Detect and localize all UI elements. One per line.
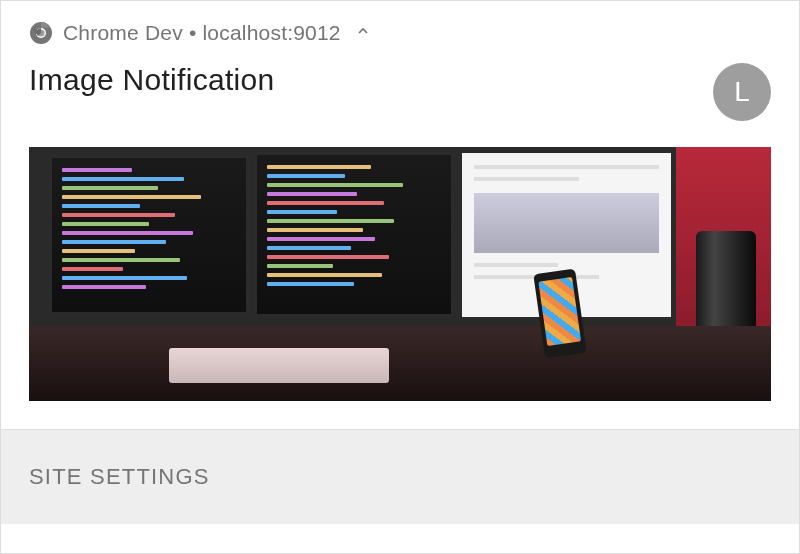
notification-image <box>29 147 771 401</box>
notification-actions: SITE SETTINGS <box>1 429 799 524</box>
origin: localhost:9012 <box>203 21 341 44</box>
avatar: L <box>713 63 771 121</box>
notification-header[interactable]: Chrome Dev • localhost:9012 <box>1 1 799 55</box>
separator: • <box>183 21 203 44</box>
notification-image-container <box>1 137 799 429</box>
site-settings-button[interactable]: SITE SETTINGS <box>29 464 210 490</box>
chevron-up-icon[interactable] <box>355 23 371 44</box>
app-name: Chrome Dev <box>63 21 183 44</box>
notification-card: Chrome Dev • localhost:9012 Image Notifi… <box>1 1 799 524</box>
notification-title-row: Image Notification L <box>1 55 799 137</box>
avatar-letter: L <box>734 76 750 108</box>
notification-title: Image Notification <box>29 63 275 97</box>
notification-source-text: Chrome Dev • localhost:9012 <box>63 21 341 45</box>
chrome-icon <box>29 21 53 45</box>
